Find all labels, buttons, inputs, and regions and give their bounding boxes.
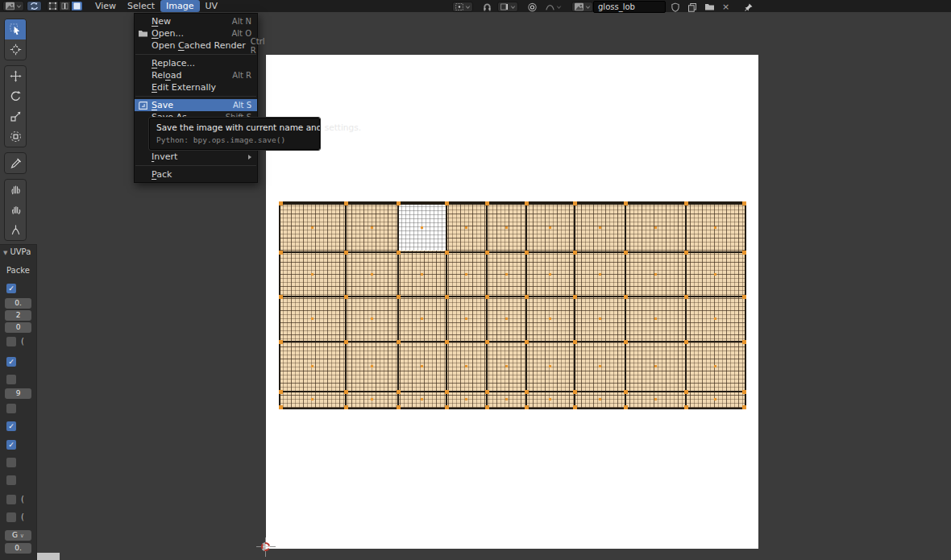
- pinch-tool-button[interactable]: [5, 220, 26, 240]
- menu-item-pack[interactable]: Pack: [135, 168, 257, 180]
- uv-sync-selection-toggle[interactable]: [27, 1, 42, 11]
- menu-item-open-cached-render[interactable]: Open Cached RenderCtrl R: [135, 39, 257, 52]
- uv-vertex-dot: [344, 201, 348, 205]
- panel-checkbox-10[interactable]: ✓: [6, 440, 16, 450]
- uv-vertex-dot: [279, 340, 283, 344]
- menu-item-edit-externally[interactable]: Edit Externally: [135, 81, 257, 93]
- panel-number-field-3[interactable]: 0: [5, 322, 31, 333]
- menu-item-replace[interactable]: Replace...: [135, 57, 257, 69]
- uv-vertex-dot: [742, 295, 746, 299]
- menubar-item-uv[interactable]: UV: [200, 0, 224, 12]
- panel-checkbox-14[interactable]: [6, 512, 16, 522]
- panel-number-field-1[interactable]: 0.: [5, 298, 31, 309]
- proportional-falloff-dropdown[interactable]: [542, 2, 564, 12]
- menubar-item-image[interactable]: Image: [160, 0, 199, 12]
- pivot-point-dropdown[interactable]: [452, 2, 473, 12]
- checkbox-label-truncated: (: [21, 512, 24, 521]
- rotate-tool-button[interactable]: [5, 86, 26, 106]
- menubar-item-select[interactable]: Select: [122, 0, 160, 12]
- uv-vertex-dot: [742, 251, 746, 255]
- uv-vertex-dot: [344, 295, 348, 299]
- cursor-tool-button[interactable]: [5, 39, 26, 60]
- panel-checkbox-4[interactable]: [6, 337, 16, 346]
- panel-checkbox-8[interactable]: [6, 404, 16, 413]
- uv-vertex-dot: [573, 201, 577, 205]
- select-mode-vertex-button[interactable]: [47, 1, 59, 11]
- fake-user-toggle[interactable]: [668, 2, 683, 12]
- relax-tool-button[interactable]: [5, 200, 26, 220]
- panel-number-field-2[interactable]: 2: [5, 310, 31, 321]
- menu-item-save[interactable]: SaveAlt S: [135, 99, 257, 111]
- cursor-icon: [10, 44, 22, 56]
- menu-item-invert[interactable]: Invert: [135, 151, 257, 163]
- panel-checkbox-12[interactable]: [6, 475, 16, 485]
- tweak-tool-button[interactable]: [5, 19, 26, 39]
- sync-arrows-icon: [29, 2, 39, 10]
- image-name-field[interactable]: gloss_lob: [593, 1, 666, 13]
- panel-checkbox-5[interactable]: ✓: [6, 357, 16, 367]
- menu-item-reload[interactable]: ReloadAlt R: [135, 69, 257, 81]
- uv-vertex-dot: [344, 390, 348, 394]
- transform-tool-button[interactable]: [5, 127, 26, 147]
- pin-toggle[interactable]: [741, 2, 756, 12]
- uv-face-center-dot: [549, 365, 551, 367]
- menu-item-open[interactable]: Open...Alt O: [135, 27, 257, 39]
- uv-grid-texture[interactable]: [279, 201, 746, 409]
- tool-group-3: [4, 179, 27, 241]
- open-image-button[interactable]: [702, 2, 717, 12]
- panel-header-uvpackmaster[interactable]: ▼UVPa: [3, 247, 31, 256]
- uv-vertex-dot: [624, 295, 628, 299]
- menu-item-label: Edit Externally: [152, 82, 251, 93]
- menu-item-shortcut: Alt O: [231, 29, 251, 38]
- panel-checkbox-13[interactable]: [6, 495, 16, 504]
- menu-item-label: Reload: [152, 70, 227, 81]
- browse-image-dropdown[interactable]: [571, 2, 593, 12]
- uv-vertex-dot: [573, 340, 577, 344]
- new-image-copy-button[interactable]: [685, 2, 700, 12]
- uv-face-center-dot: [465, 365, 467, 367]
- image-editor-icon: [5, 2, 15, 10]
- folder-icon: [135, 29, 152, 38]
- uv-vertex-dot: [684, 390, 688, 394]
- tool-shelf: [4, 19, 27, 246]
- snap-target-dropdown[interactable]: [497, 2, 518, 12]
- panel-checkbox-9[interactable]: ✓: [6, 421, 16, 431]
- uv-face-center-dot: [371, 317, 373, 320]
- image-icon: [574, 2, 584, 11]
- uv-face-center-dot: [549, 317, 551, 320]
- editor-type-dropdown[interactable]: [2, 1, 24, 11]
- panel-checkbox-11[interactable]: [6, 458, 16, 467]
- uv-face-center-dot: [371, 365, 373, 367]
- annotate-tool-button[interactable]: [5, 153, 26, 173]
- select-mode-face-button[interactable]: [71, 1, 83, 11]
- panel-checkbox-6[interactable]: [6, 375, 16, 384]
- proportional-editing-toggle[interactable]: [525, 2, 540, 12]
- scale-tool-button[interactable]: [5, 106, 26, 127]
- uv-major-vline: [279, 201, 280, 409]
- uv-face-center-dot: [599, 317, 601, 320]
- snap-toggle[interactable]: [480, 2, 495, 12]
- panel-checkbox-0[interactable]: ✓: [6, 284, 16, 293]
- uv-vertex-dot: [525, 405, 529, 409]
- menu-item-new[interactable]: NewAlt N: [135, 15, 257, 27]
- grab-tool-button[interactable]: [5, 180, 26, 200]
- menubar-item-view[interactable]: View: [89, 0, 122, 12]
- uv-vertex-dot: [279, 251, 283, 255]
- panel-number-field-7[interactable]: 9: [5, 388, 31, 399]
- menu-item-label: Replace...: [152, 58, 251, 68]
- select-mode-edge-button[interactable]: [59, 1, 71, 11]
- uv-face-center-dot: [714, 273, 716, 276]
- 2d-cursor[interactable]: [256, 537, 276, 557]
- uv-face-center-dot: [714, 365, 716, 367]
- uv-vertex-dot: [445, 390, 449, 394]
- menu-item-label: Open...: [152, 28, 226, 39]
- uv-vertex-dot: [445, 295, 449, 299]
- move-tool-button[interactable]: [5, 66, 26, 86]
- uv-vertex-dot: [573, 390, 577, 394]
- uv-major-vline: [397, 201, 399, 409]
- panel-number-field-16[interactable]: 0.: [5, 543, 31, 554]
- tool-group-0: [4, 19, 27, 60]
- unlink-image-button[interactable]: ×: [720, 2, 732, 12]
- panel-dropdown-15[interactable]: G ∨: [5, 530, 31, 541]
- menu-item-shortcut: Alt R: [232, 71, 251, 80]
